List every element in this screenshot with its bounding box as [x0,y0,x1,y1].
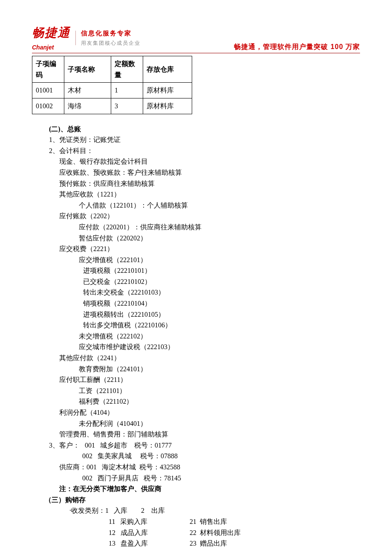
inout-in-3: 13 盘盈入库 [109,538,190,549]
inout-row-2: 12 成品入库 22 材料领用出库 [49,527,360,538]
logo-cn: 畅捷通 [32,23,70,43]
acct-receivable: 应收账款、预收账款：客户往来辅助核算 [49,167,360,178]
inout-out-3: 23 赠品出库 [190,538,227,549]
logo-group: 畅捷通 Chanjet 信息化服务专家 用友集团核心成员企业 [32,23,141,52]
acct-prepaid: 预付账款：供应商往来辅助核算 [49,178,360,189]
acct-payable-sub2: 暂估应付款（220202） [49,233,360,244]
header-slogan: 畅捷通，管理软件用户量突破 100 万家 [234,41,360,52]
logo-tagline-block: 信息化服务专家 用友集团核心成员企业 [81,28,141,47]
customer-1: 3、客户： 001 城乡超市 税号：01777 [49,440,360,451]
inout-in-2: 12 成品入库 [109,527,190,538]
acct-tax: 应交税费（2221） [49,243,360,254]
acct-payable-sub1: 应付款（220201）：供应商往来辅助核算 [49,222,360,233]
section-2-title: (二)、总账 [49,124,360,135]
table-header-row: 子项编码 子项名称 定额数量 存放仓库 [32,56,192,83]
th-code: 子项编码 [32,56,64,83]
acct-education-fee: 教育费附加（224101） [49,364,360,375]
cell-qty: 1 [111,83,143,98]
supplier-2: 002 西门子厨具店 税号：78145 [49,473,360,484]
logo-tagline-2: 用友集团核心成员企业 [81,39,141,47]
inout-header: ·收发类别：1 入库 2 出库 [49,505,360,516]
note-add-customer: 注：在无分类下增加客户、供应商 [49,483,360,494]
acct-cash: 现金、银行存款指定会计科目 [49,156,360,167]
logo-en: Chanjet [32,43,70,52]
acct-vat-5: 进项税额转出（22210105） [49,309,360,320]
acct-vat: 应交增值税（222101） [49,254,360,266]
acct-wage: 工资（221101） [49,385,360,396]
cell-code: 01002 [32,98,64,114]
cell-qty: 3 [111,98,143,114]
inout-row-1: 11 采购入库 21 销售出库 [49,516,360,527]
page-header: 畅捷通 Chanjet 信息化服务专家 用友集团核心成员企业 畅捷通，管理软件用… [32,23,360,53]
cell-code: 01001 [32,83,64,98]
acct-vat-6: 转出多交增值税（22210106） [49,320,360,331]
th-qty: 定额数量 [111,56,143,83]
logo-divider [75,31,76,45]
body-content: (二)、总账 1、凭证类别：记账凭证 2、会计科目： 现金、银行存款指定会计科目… [32,124,360,549]
item-accounts-heading: 2、会计科目： [49,145,360,156]
table-row: 01002 海绵 3 原材料库 [32,98,192,114]
inout-out-2: 22 材料领用出库 [190,527,241,538]
acct-city-tax: 应交城市维护建设税（222103） [49,341,360,353]
acct-profit-dist: 利润分配（4104） [49,407,360,418]
section-3-title: （三）购销存 [45,494,360,506]
inout-in-1: 11 采购入库 [109,516,190,527]
acct-welfare: 福利费（221102） [49,396,360,407]
th-name: 子项名称 [64,56,111,83]
acct-vat-2: 已交税金（22210102） [49,276,360,287]
logo-block: 畅捷通 Chanjet [32,23,70,52]
acct-undist-profit: 未分配利润（410401） [49,418,360,429]
cell-warehouse: 原材料库 [143,98,192,114]
acct-personal-loan: 个人借款（122101）：个人辅助核算 [49,200,360,211]
acct-other-payable: 其他应付款（2241） [49,353,360,364]
acct-salary: 应付职工薪酬（2211） [49,374,360,385]
cell-name: 木材 [64,83,111,98]
inout-row-3: 13 盘盈入库 23 赠品出库 [49,538,360,549]
customer-2: 002 集美家具城 税号：07888 [49,451,360,462]
supplier-1: 供应商：001 海淀木材城 税号：432588 [49,462,360,473]
cell-name: 海绵 [64,98,111,114]
table-row: 01001 木材 1 原材料库 [32,83,192,98]
acct-vat-1: 进项税额（22210101） [49,265,360,276]
cell-warehouse: 原材料库 [143,83,192,98]
acct-expenses: 管理费用、销售费用：部门辅助核算 [49,429,360,440]
th-warehouse: 存放仓库 [143,56,192,83]
acct-other-receivable: 其他应收款（1221） [49,189,360,200]
acct-vat-4: 销项税额（22210104） [49,298,360,309]
acct-unpaid-vat: 未交增值税（222102） [49,331,360,342]
materials-table: 子项编码 子项名称 定额数量 存放仓库 01001 木材 1 原材料库 0100… [32,56,192,114]
item-voucher-type: 1、凭证类别：记账凭证 [49,134,360,145]
acct-payable: 应付账款（2202） [49,211,360,222]
logo-tagline-1: 信息化服务专家 [81,28,141,38]
inout-out-1: 21 销售出库 [190,516,227,527]
acct-vat-3: 转出未交税金（22210103） [49,287,360,298]
